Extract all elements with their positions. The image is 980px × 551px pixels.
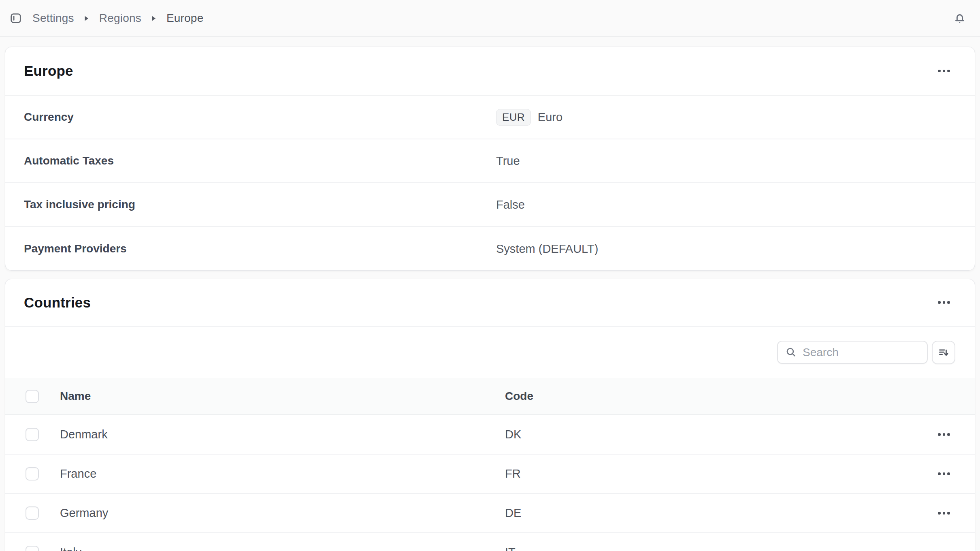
region-detail-row: Tax inclusive pricing False <box>5 183 975 227</box>
topbar: Settings Regions Europe <box>0 0 980 37</box>
sort-descending-icon <box>937 346 950 359</box>
row-checkbox[interactable] <box>26 428 39 441</box>
detail-value: EUR Euro <box>490 109 975 126</box>
currency-code-badge: EUR <box>496 109 531 126</box>
chevron-right-icon <box>85 16 89 21</box>
select-all-checkbox[interactable] <box>26 390 39 403</box>
table-row[interactable]: Denmark DK <box>5 415 975 455</box>
breadcrumb-item-settings[interactable]: Settings <box>32 12 74 25</box>
country-name: Italy <box>39 546 505 551</box>
currency-name: Euro <box>538 111 562 124</box>
search-input[interactable] <box>803 346 920 359</box>
table-row[interactable]: Italy IT <box>5 533 975 551</box>
page-title: Europe <box>24 63 73 79</box>
ellipsis-icon <box>938 301 950 304</box>
row-checkbox[interactable] <box>26 506 39 520</box>
detail-label: Currency <box>5 111 490 124</box>
detail-label: Payment Providers <box>5 242 490 255</box>
bell-icon <box>953 12 966 25</box>
countries-table-header: Name Code <box>5 378 975 415</box>
table-row[interactable]: France FR <box>5 455 975 494</box>
row-checkbox[interactable] <box>26 546 39 551</box>
detail-value: False <box>490 198 975 211</box>
ellipsis-icon <box>938 512 950 515</box>
row-checkbox[interactable] <box>26 467 39 481</box>
region-detail-row: Payment Providers System (DEFAULT) <box>5 227 975 271</box>
country-code: FR <box>505 467 936 481</box>
row-actions-menu-button[interactable] <box>936 543 952 551</box>
sort-button[interactable] <box>932 341 955 364</box>
region-detail-row: Automatic Taxes True <box>5 139 975 183</box>
country-name: Denmark <box>39 428 505 441</box>
countries-toolbar <box>5 327 975 378</box>
row-actions-menu-button[interactable] <box>936 504 952 523</box>
breadcrumb-item-regions[interactable]: Regions <box>99 12 141 25</box>
search-icon <box>785 346 797 358</box>
detail-value: System (DEFAULT) <box>490 242 975 256</box>
country-code: IT <box>505 546 936 551</box>
countries-card-header: Countries <box>5 279 975 327</box>
country-code: DE <box>505 506 936 520</box>
row-actions-menu-button[interactable] <box>936 464 952 484</box>
country-code: DK <box>505 428 936 441</box>
detail-label: Tax inclusive pricing <box>5 198 490 211</box>
region-card-header: Europe <box>5 47 975 96</box>
search-box[interactable] <box>777 341 928 364</box>
region-card: Europe Currency EUR Euro Automatic Taxes… <box>5 47 975 271</box>
detail-label: Automatic Taxes <box>5 154 490 167</box>
sidebar-toggle-button[interactable] <box>10 13 22 24</box>
country-name: France <box>39 467 505 481</box>
ellipsis-icon <box>938 433 950 436</box>
region-actions-menu-button[interactable] <box>936 61 952 81</box>
countries-card: Countries <box>5 279 975 551</box>
countries-actions-menu-button[interactable] <box>936 293 952 312</box>
notifications-button[interactable] <box>953 12 966 25</box>
breadcrumb: Settings Regions Europe <box>10 12 203 25</box>
ellipsis-icon <box>938 70 950 73</box>
row-actions-menu-button[interactable] <box>936 425 952 444</box>
chevron-right-icon <box>152 16 156 21</box>
region-detail-row: Currency EUR Euro <box>5 96 975 139</box>
ellipsis-icon <box>938 472 950 475</box>
table-row[interactable]: Germany DE <box>5 494 975 533</box>
column-header-code: Code <box>505 390 936 403</box>
panel-left-icon <box>10 13 22 24</box>
countries-title: Countries <box>24 295 91 311</box>
detail-value: True <box>490 154 975 168</box>
country-name: Germany <box>39 506 505 520</box>
breadcrumb-item-europe[interactable]: Europe <box>166 12 204 25</box>
column-header-name: Name <box>39 390 505 403</box>
